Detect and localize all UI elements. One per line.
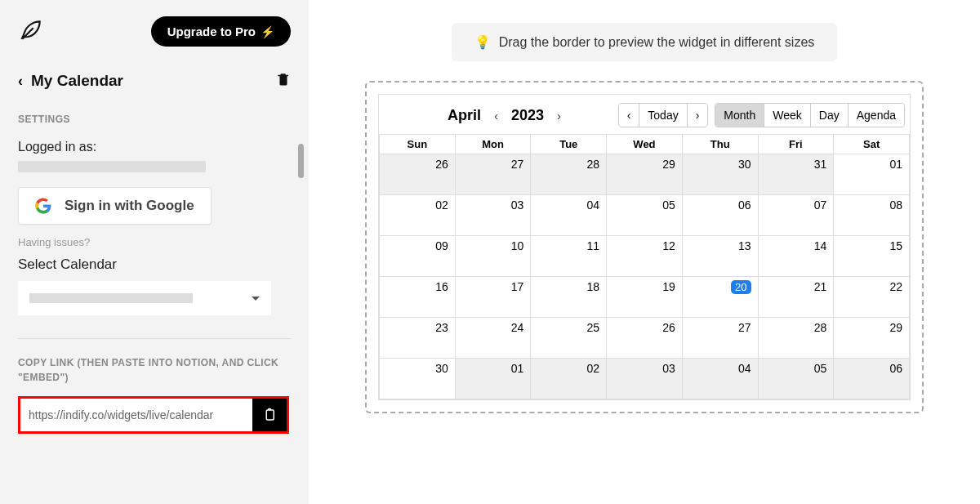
calendar-day-cell[interactable]: 03 bbox=[455, 195, 531, 236]
prev-month-button[interactable]: ‹ bbox=[488, 107, 505, 124]
calendar-day-cell[interactable]: 22 bbox=[834, 277, 910, 318]
next-month-button[interactable]: › bbox=[550, 107, 568, 124]
select-placeholder bbox=[29, 293, 193, 303]
calendar-day-cell[interactable]: 06 bbox=[682, 195, 758, 236]
calendar-day-cell[interactable]: 08 bbox=[834, 195, 910, 236]
calendar-day-cell[interactable]: 02 bbox=[531, 359, 607, 399]
svg-rect-1 bbox=[266, 410, 274, 420]
upgrade-to-pro-button[interactable]: Upgrade to Pro ⚡ bbox=[151, 16, 291, 47]
calendar-day-cell[interactable]: 23 bbox=[380, 318, 456, 359]
calendar-day-cell[interactable]: 27 bbox=[682, 318, 758, 359]
app-logo-feather-icon bbox=[18, 17, 44, 47]
calendar-day-cell[interactable]: 14 bbox=[758, 236, 834, 277]
calendar-day-cell[interactable]: 03 bbox=[607, 359, 683, 399]
bolt-icon: ⚡ bbox=[261, 25, 274, 38]
calendar-day-cell[interactable]: 12 bbox=[607, 236, 683, 277]
page-title: My Calendar bbox=[31, 72, 123, 90]
lightbulb-icon: 💡 bbox=[474, 34, 491, 50]
calendar-day-cell[interactable]: 01 bbox=[455, 359, 531, 399]
calendar-day-cell[interactable]: 30 bbox=[682, 154, 758, 195]
calendar-day-cell[interactable]: 28 bbox=[758, 318, 834, 359]
view-day-button[interactable]: Day bbox=[811, 104, 849, 127]
day-header: Mon bbox=[455, 135, 531, 154]
calendar-widget: April ‹ 2023 › ‹ Today › MonthWeekDayAge… bbox=[378, 94, 911, 400]
upgrade-label: Upgrade to Pro bbox=[167, 25, 256, 38]
resize-hint-banner: 💡 Drag the border to preview the widget … bbox=[452, 23, 838, 61]
view-agenda-button[interactable]: Agenda bbox=[849, 104, 904, 127]
sidebar: Upgrade to Pro ⚡ ‹ My Calendar SETTINGS … bbox=[0, 0, 309, 504]
day-header: Thu bbox=[682, 135, 758, 154]
google-logo-icon bbox=[35, 198, 51, 214]
main-preview-area: 💡 Drag the border to preview the widget … bbox=[309, 0, 980, 504]
today-indicator: 20 bbox=[731, 280, 751, 294]
calendar-day-cell[interactable]: 06 bbox=[834, 359, 910, 399]
calendar-day-cell[interactable]: 04 bbox=[531, 195, 607, 236]
day-header: Wed bbox=[607, 135, 683, 154]
calendar-day-cell[interactable]: 28 bbox=[531, 154, 607, 195]
back-chevron-icon[interactable]: ‹ bbox=[18, 73, 23, 90]
calendar-day-cell[interactable]: 02 bbox=[380, 195, 456, 236]
calendar-day-cell[interactable]: 19 bbox=[607, 277, 683, 318]
day-header: Sat bbox=[834, 135, 910, 154]
calendar-day-cell[interactable]: 05 bbox=[758, 359, 834, 399]
prev-period-button[interactable]: ‹ bbox=[619, 104, 640, 127]
calendar-day-cell[interactable]: 16 bbox=[380, 277, 456, 318]
embed-link-row bbox=[18, 396, 289, 434]
calendar-day-cell[interactable]: 30 bbox=[380, 359, 456, 399]
delete-widget-button[interactable] bbox=[276, 71, 291, 91]
calendar-day-cell[interactable]: 04 bbox=[682, 359, 758, 399]
copy-link-button[interactable] bbox=[252, 399, 287, 431]
calendar-day-cell[interactable]: 26 bbox=[380, 154, 456, 195]
calendar-day-cell[interactable]: 17 bbox=[455, 277, 531, 318]
sign-in-with-google-button[interactable]: Sign in with Google bbox=[18, 187, 212, 225]
chevron-down-icon bbox=[252, 297, 260, 301]
calendar-day-cell[interactable]: 21 bbox=[758, 277, 834, 318]
calendar-select-dropdown[interactable] bbox=[18, 281, 271, 315]
calendar-day-cell[interactable]: 25 bbox=[531, 318, 607, 359]
copy-link-instructions: COPY LINK (THEN PASTE INTO NOTION, AND C… bbox=[18, 355, 291, 385]
view-week-button[interactable]: Week bbox=[764, 104, 811, 127]
day-header: Sun bbox=[380, 135, 456, 154]
settings-section-label: SETTINGS bbox=[18, 114, 291, 125]
clipboard-icon bbox=[262, 408, 277, 422]
calendar-day-cell[interactable]: 24 bbox=[455, 318, 531, 359]
today-button[interactable]: Today bbox=[639, 104, 687, 127]
logged-in-as-label: Logged in as: bbox=[18, 140, 291, 154]
calendar-day-cell[interactable]: 10 bbox=[455, 236, 531, 277]
calendar-day-cell[interactable]: 18 bbox=[531, 277, 607, 318]
calendar-day-cell[interactable]: 29 bbox=[834, 318, 910, 359]
calendar-grid: SunMonTueWedThuFriSat 262728293031010203… bbox=[379, 134, 910, 399]
embed-link-input[interactable] bbox=[20, 399, 252, 431]
resize-hint-text: Drag the border to preview the widget in… bbox=[499, 35, 815, 50]
calendar-day-cell[interactable]: 13 bbox=[682, 236, 758, 277]
calendar-day-cell[interactable]: 26 bbox=[607, 318, 683, 359]
calendar-day-cell[interactable]: 09 bbox=[380, 236, 456, 277]
next-period-button[interactable]: › bbox=[688, 104, 708, 127]
view-switch-group: MonthWeekDayAgenda bbox=[715, 103, 905, 127]
calendar-day-cell[interactable]: 07 bbox=[758, 195, 834, 236]
calendar-day-cell[interactable]: 27 bbox=[455, 154, 531, 195]
calendar-day-cell[interactable]: 29 bbox=[607, 154, 683, 195]
calendar-month-label: April bbox=[448, 107, 481, 124]
google-signin-label: Sign in with Google bbox=[65, 198, 194, 214]
having-issues-link[interactable]: Having issues? bbox=[18, 236, 291, 248]
calendar-day-cell[interactable]: 15 bbox=[834, 236, 910, 277]
calendar-year-label: 2023 bbox=[511, 107, 544, 124]
day-header: Fri bbox=[758, 135, 834, 154]
select-calendar-label: Select Calendar bbox=[18, 256, 291, 273]
logged-in-account-placeholder bbox=[18, 161, 206, 172]
widget-resize-frame[interactable]: April ‹ 2023 › ‹ Today › MonthWeekDayAge… bbox=[365, 81, 924, 413]
view-month-button[interactable]: Month bbox=[715, 104, 764, 127]
sidebar-scrollbar-thumb[interactable] bbox=[298, 144, 304, 178]
calendar-day-cell[interactable]: 31 bbox=[758, 154, 834, 195]
calendar-day-cell[interactable]: 20 bbox=[682, 277, 758, 318]
day-header: Tue bbox=[531, 135, 607, 154]
today-nav-group: ‹ Today › bbox=[618, 103, 709, 127]
section-divider bbox=[18, 338, 291, 339]
calendar-day-cell[interactable]: 01 bbox=[834, 154, 910, 195]
calendar-day-cell[interactable]: 11 bbox=[531, 236, 607, 277]
calendar-day-cell[interactable]: 05 bbox=[607, 195, 683, 236]
